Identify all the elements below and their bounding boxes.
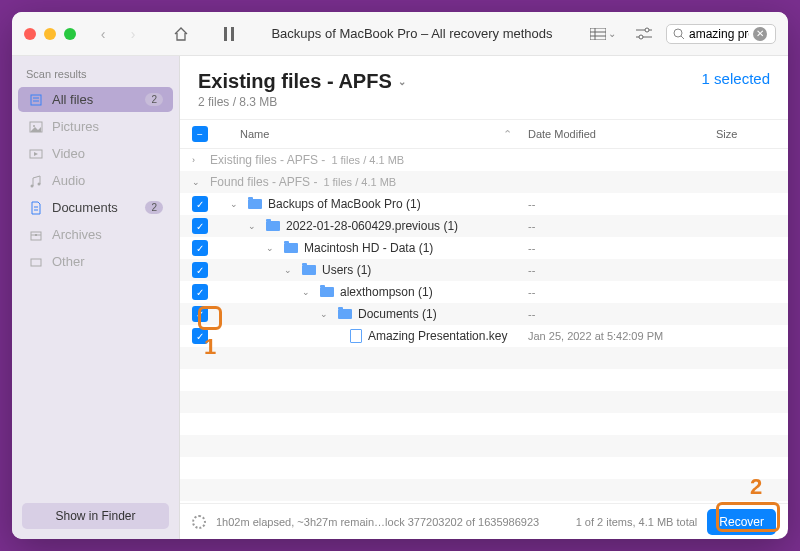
tree-row[interactable]: ✓ ⌄ alexthompson (1) -- xyxy=(180,281,788,303)
tree-row[interactable]: ✓ ⌄ Macintosh HD - Data (1) -- xyxy=(180,237,788,259)
pictures-icon xyxy=(28,120,44,134)
keynote-file-icon xyxy=(350,329,362,343)
pause-icon xyxy=(223,27,235,41)
chevron-down-icon[interactable]: ⌄ xyxy=(266,243,276,253)
page-subtitle: 2 files / 8.3 MB xyxy=(198,95,406,109)
window-title: Backups of MacBook Pro – All recovery me… xyxy=(248,26,576,41)
search-box[interactable]: ✕ xyxy=(666,24,776,44)
row-checkbox[interactable]: ✓ xyxy=(192,218,208,234)
page-title: Existing files - APFS⌄ xyxy=(198,70,406,93)
pause-button[interactable] xyxy=(218,23,240,45)
row-checkbox[interactable]: ✓ xyxy=(192,306,208,322)
show-in-finder-button[interactable]: Show in Finder xyxy=(22,503,169,529)
svg-rect-12 xyxy=(31,95,41,105)
row-checkbox[interactable]: ✓ xyxy=(192,284,208,300)
sidebar-item-audio[interactable]: Audio xyxy=(18,168,173,193)
sidebar-item-all-files[interactable]: All files 2 xyxy=(18,87,173,112)
main-header: Existing files - APFS⌄ 2 files / 8.3 MB … xyxy=(180,56,788,119)
sidebar-item-video[interactable]: Video xyxy=(18,141,173,166)
sidebar-item-label: Video xyxy=(52,146,85,161)
file-list: › Existing files - APFS - 1 files / 4.1 … xyxy=(180,149,788,503)
tree-row[interactable]: ✓ ⌄ Users (1) -- xyxy=(180,259,788,281)
status-bar: 1h02m elapsed, ~3h27m remain…lock 377203… xyxy=(180,503,788,539)
empty-row xyxy=(180,479,788,501)
sidebar-item-archives[interactable]: Archives xyxy=(18,222,173,247)
svg-rect-2 xyxy=(590,28,606,40)
column-header: − Name⌃ Date Modified Size xyxy=(180,119,788,149)
sidebar-header: Scan results xyxy=(12,64,179,86)
chevron-down-icon[interactable]: ⌄ xyxy=(284,265,294,275)
chevron-down-icon[interactable]: ⌄ xyxy=(302,287,312,297)
video-icon xyxy=(28,147,44,161)
svg-line-11 xyxy=(681,36,684,39)
sidebar-item-label: Archives xyxy=(52,227,102,242)
svg-point-9 xyxy=(639,35,643,39)
chevron-down-icon[interactable]: ⌄ xyxy=(320,309,330,319)
column-name[interactable]: Name⌃ xyxy=(216,128,520,141)
select-all-checkbox[interactable]: − xyxy=(192,126,208,142)
selection-count: 1 selected xyxy=(702,70,770,87)
minimize-icon[interactable] xyxy=(44,28,56,40)
group-row[interactable]: › Existing files - APFS - 1 files / 4.1 … xyxy=(180,149,788,171)
row-checkbox[interactable]: ✓ xyxy=(192,240,208,256)
folder-icon xyxy=(302,265,316,275)
svg-rect-0 xyxy=(224,27,227,41)
search-input[interactable] xyxy=(689,27,749,41)
column-size[interactable]: Size xyxy=(716,128,776,140)
progress-text: 1h02m elapsed, ~3h27m remain…lock 377203… xyxy=(216,516,539,528)
body: Scan results All files 2 Pictures Video … xyxy=(12,56,788,539)
view-mode-button[interactable]: ⌄ xyxy=(584,26,622,42)
zoom-icon[interactable] xyxy=(64,28,76,40)
chevron-right-icon[interactable]: › xyxy=(192,155,202,165)
tree-row[interactable]: ✓ ⌄ 2022-01-28-060429.previous (1) -- xyxy=(180,215,788,237)
empty-row xyxy=(180,413,788,435)
svg-point-10 xyxy=(674,29,682,37)
chevron-down-icon[interactable]: ⌄ xyxy=(192,177,202,187)
file-row[interactable]: ✓ Amazing Presentation.key Jan 25, 2022 … xyxy=(180,325,788,347)
tree-row[interactable]: ✓ ⌄ Backups of MacBook Pro (1) -- xyxy=(180,193,788,215)
svg-rect-25 xyxy=(31,259,41,266)
sidebar-item-pictures[interactable]: Pictures xyxy=(18,114,173,139)
count-badge: 2 xyxy=(145,93,163,106)
tree-row[interactable]: ✓ ⌄ Documents (1) -- xyxy=(180,303,788,325)
archives-icon xyxy=(28,228,44,242)
home-icon xyxy=(173,26,189,42)
annotation-label-2: 2 xyxy=(750,474,762,500)
chevron-down-icon: ⌄ xyxy=(608,28,616,39)
sidebar-item-label: Other xyxy=(52,254,85,269)
row-checkbox[interactable]: ✓ xyxy=(192,262,208,278)
sidebar-item-documents[interactable]: Documents 2 xyxy=(18,195,173,220)
forward-button[interactable]: › xyxy=(122,23,144,45)
sidebar: Scan results All files 2 Pictures Video … xyxy=(12,56,180,539)
chevron-down-icon[interactable]: ⌄ xyxy=(248,221,258,231)
home-button[interactable] xyxy=(170,23,192,45)
empty-row xyxy=(180,369,788,391)
annotation-label-1: 1 xyxy=(204,334,216,360)
spinner-icon xyxy=(192,515,206,529)
grid-icon xyxy=(590,28,606,40)
group-row[interactable]: ⌄ Found files - APFS - 1 files / 4.1 MB xyxy=(180,171,788,193)
close-icon[interactable] xyxy=(24,28,36,40)
files-icon xyxy=(28,93,44,107)
sidebar-item-label: All files xyxy=(52,92,93,107)
chevron-down-icon[interactable]: ⌄ xyxy=(230,199,240,209)
folder-icon xyxy=(266,221,280,231)
sidebar-item-other[interactable]: Other xyxy=(18,249,173,274)
svg-point-19 xyxy=(38,182,41,185)
sidebar-item-label: Audio xyxy=(52,173,85,188)
folder-icon xyxy=(284,243,298,253)
app-window: ‹ › Backups of MacBook Pro – All recover… xyxy=(12,12,788,539)
chevron-down-icon[interactable]: ⌄ xyxy=(398,76,406,87)
audio-icon xyxy=(28,174,44,188)
count-badge: 2 xyxy=(145,201,163,214)
main-panel: Existing files - APFS⌄ 2 files / 8.3 MB … xyxy=(180,56,788,539)
filter-button[interactable] xyxy=(630,25,658,43)
back-button[interactable]: ‹ xyxy=(92,23,114,45)
recover-button[interactable]: Recover xyxy=(707,509,776,535)
row-checkbox[interactable]: ✓ xyxy=(192,196,208,212)
clear-search-button[interactable]: ✕ xyxy=(753,27,767,41)
folder-icon xyxy=(320,287,334,297)
column-date[interactable]: Date Modified xyxy=(528,128,708,140)
titlebar: ‹ › Backups of MacBook Pro – All recover… xyxy=(12,12,788,56)
search-icon xyxy=(673,28,685,40)
